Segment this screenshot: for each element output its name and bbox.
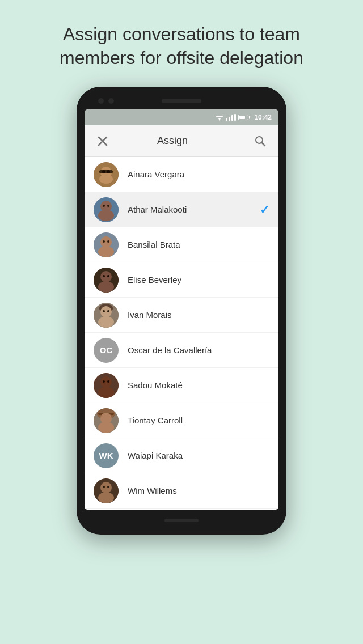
svg-point-37 <box>103 380 105 383</box>
contact-name-tiontay: Tiontay Carroll <box>128 416 269 425</box>
svg-point-46 <box>98 492 114 503</box>
phone-bottom-bar <box>85 510 278 527</box>
contact-list: Ainara Vergara Athar Malakooti ✓ Bansila… <box>85 157 278 510</box>
avatar-tiontay <box>94 408 119 433</box>
svg-point-36 <box>98 387 114 398</box>
svg-point-24 <box>100 271 112 282</box>
svg-point-47 <box>103 486 105 488</box>
contact-name-waiapi: Waiapi Karaka <box>128 451 269 460</box>
svg-point-20 <box>98 246 114 257</box>
contact-name-bansilal: Bansilal Brata <box>128 240 269 249</box>
contact-item-wim[interactable]: Wim Willems <box>85 473 278 509</box>
svg-point-10 <box>102 170 105 173</box>
signal-icon <box>226 114 236 121</box>
selected-check: ✓ <box>260 203 269 217</box>
avatar-bansilal <box>94 232 119 257</box>
svg-point-27 <box>107 275 109 277</box>
search-button[interactable] <box>251 132 269 150</box>
battery-icon <box>238 115 248 120</box>
svg-point-32 <box>103 310 105 312</box>
svg-point-22 <box>107 240 109 243</box>
wifi-icon <box>216 115 223 121</box>
svg-point-11 <box>107 170 110 173</box>
status-time: 10:42 <box>254 113 272 121</box>
contact-item-ivan[interactable]: Ivan Morais <box>85 298 278 333</box>
status-bar: 10:42 <box>85 109 278 125</box>
svg-point-17 <box>107 205 109 207</box>
speaker-grille <box>162 99 201 103</box>
avatar-ivan <box>94 303 119 328</box>
contact-name-sadou: Sadou Mokaté <box>128 380 269 390</box>
contact-name-wim: Wim Willems <box>128 486 269 495</box>
camera-area <box>96 98 116 104</box>
contact-item-tiontay[interactable]: Tiontay Carroll <box>85 403 278 438</box>
svg-point-25 <box>98 281 114 293</box>
svg-point-16 <box>103 205 105 207</box>
avatar-elise <box>94 268 119 293</box>
phone-device: 10:42 Assign <box>77 87 286 535</box>
app-toolbar: Assign <box>85 125 278 157</box>
contact-item-bansilal[interactable]: Bansilal Brata <box>85 227 278 262</box>
svg-point-12 <box>99 175 113 184</box>
svg-point-26 <box>103 275 105 277</box>
avatar-oscar: OC <box>94 338 119 363</box>
camera-dot-right <box>108 98 114 104</box>
camera-dot-left <box>98 98 104 104</box>
svg-point-30 <box>100 306 112 317</box>
avatar-wim <box>94 478 119 503</box>
contact-item-waiapi[interactable]: WK Waiapi Karaka <box>85 438 278 473</box>
svg-point-31 <box>98 316 114 328</box>
avatar-ainara <box>94 162 119 187</box>
contact-item-athar[interactable]: Athar Malakooti ✓ <box>85 192 278 227</box>
svg-point-35 <box>100 376 112 388</box>
svg-point-15 <box>98 210 114 221</box>
svg-rect-9 <box>99 170 113 173</box>
contact-name-elise: Elise Beverley <box>128 275 269 285</box>
svg-line-6 <box>262 143 265 146</box>
phone-top-bar <box>85 95 278 109</box>
contact-name-ainara: Ainara Vergara <box>128 170 269 179</box>
svg-point-48 <box>107 486 109 488</box>
contact-item-oscar[interactable]: OC Oscar de la Cavallería <box>85 333 278 368</box>
phone-screen: 10:42 Assign <box>85 109 278 510</box>
svg-point-33 <box>107 310 109 312</box>
svg-point-45 <box>100 482 112 493</box>
contact-name-oscar: Oscar de la Cavallería <box>128 345 269 355</box>
status-bar-icons: 10:42 <box>216 113 272 121</box>
contact-item-sadou[interactable]: Sadou Mokaté <box>85 368 278 403</box>
avatar-waiapi: WK <box>94 443 119 468</box>
svg-point-38 <box>107 380 109 383</box>
svg-point-43 <box>98 422 114 433</box>
contact-item-elise[interactable]: Elise Beverley <box>85 262 278 298</box>
avatar-sadou <box>94 373 119 398</box>
svg-point-21 <box>103 240 105 243</box>
toolbar-title: Assign <box>94 135 251 147</box>
contact-item-ainara[interactable]: Ainara Vergara <box>85 157 278 192</box>
avatar-athar <box>94 197 119 222</box>
contact-name-athar: Athar Malakooti <box>128 205 260 214</box>
page-title: Assign conversations to team members for… <box>0 0 363 87</box>
contact-name-ivan: Ivan Morais <box>128 310 269 320</box>
